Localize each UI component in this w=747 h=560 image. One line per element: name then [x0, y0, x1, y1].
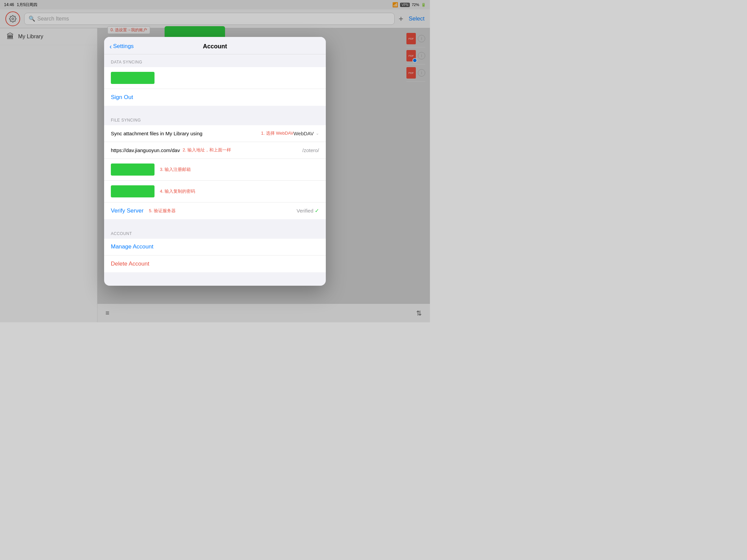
- verify-server-label[interactable]: Verify Server: [111, 208, 144, 214]
- data-syncing-section: DATA SYNCING Sign Out: [104, 54, 326, 106]
- annotation-5: 5. 验证服务器: [149, 208, 175, 214]
- back-label: Settings: [113, 43, 134, 50]
- verify-server-item[interactable]: Verify Server 5. 验证服务器 Verified ✓: [104, 203, 326, 219]
- modal-title: Account: [203, 43, 227, 50]
- verified-label: Verified: [297, 208, 313, 214]
- green-block-password: [111, 185, 155, 197]
- password-item[interactable]: 4. 输入复制的密码: [104, 181, 326, 203]
- modal-overlay: ‹ Settings Account DATA SYNCING Sign Out: [0, 0, 430, 322]
- url-item[interactable]: https:// dav.jianguoyun.com/dav 2. 输入地址，…: [104, 142, 326, 159]
- url-prefix: https://: [111, 148, 126, 153]
- delete-account-label[interactable]: Delete Account: [111, 261, 149, 267]
- sign-out-item[interactable]: Sign Out: [104, 89, 326, 106]
- webdav-selector[interactable]: WebDAV ⌄: [293, 131, 319, 136]
- data-syncing-card: Sign Out: [104, 67, 326, 106]
- url-main: dav.jianguoyun.com/dav: [126, 148, 180, 153]
- url-suffix: /zotero/: [302, 148, 319, 153]
- file-syncing-section: FILE SYNCING Sync attachment files in My…: [104, 112, 326, 219]
- manage-account-label[interactable]: Manage Account: [111, 243, 154, 250]
- sync-label: Sync attachment files in My Library usin…: [111, 131, 258, 136]
- chevron-down-icon: ⌄: [316, 131, 319, 136]
- annotation-2: 2. 输入地址，和上面一样: [183, 147, 231, 153]
- green-block-email: [111, 163, 155, 176]
- file-syncing-card: Sync attachment files in My Library usin…: [104, 125, 326, 219]
- sign-out-label[interactable]: Sign Out: [111, 94, 133, 101]
- account-modal: ‹ Settings Account DATA SYNCING Sign Out: [104, 37, 326, 286]
- annotation-4: 4. 输入复制的密码: [160, 188, 195, 194]
- verified-status: Verified ✓: [297, 208, 319, 214]
- account-card: Manage Account Delete Account: [104, 239, 326, 272]
- delete-account-item[interactable]: Delete Account: [104, 256, 326, 272]
- sync-method-item[interactable]: Sync attachment files in My Library usin…: [104, 125, 326, 142]
- data-syncing-green-item: [104, 67, 326, 89]
- modal-header: ‹ Settings Account: [104, 37, 326, 54]
- back-button[interactable]: ‹ Settings: [109, 43, 134, 50]
- annotation-1: 1. 选择 WebDAV: [261, 130, 293, 136]
- annotation-3: 3. 输入注册邮箱: [160, 166, 191, 172]
- green-block-1: [111, 72, 155, 84]
- file-syncing-header: FILE SYNCING: [104, 112, 326, 125]
- account-section: ACCOUNT Manage Account Delete Account: [104, 226, 326, 272]
- check-icon: ✓: [315, 208, 319, 214]
- email-item[interactable]: 3. 输入注册邮箱: [104, 159, 326, 181]
- account-header: ACCOUNT: [104, 226, 326, 239]
- manage-account-item[interactable]: Manage Account: [104, 239, 326, 256]
- webdav-option: WebDAV: [293, 131, 314, 136]
- modal-body: DATA SYNCING Sign Out FILE SYNCING Sync: [104, 54, 326, 286]
- chevron-left-icon: ‹: [109, 43, 112, 50]
- data-syncing-header: DATA SYNCING: [104, 54, 326, 67]
